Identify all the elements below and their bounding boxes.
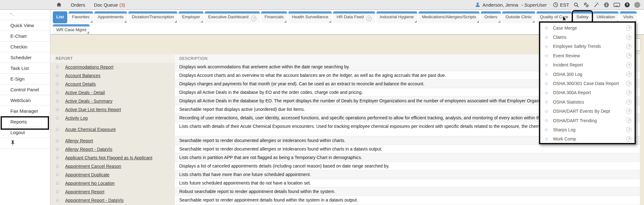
- globe-icon[interactable]: [603, 2, 609, 8]
- favorite-star-icon[interactable]: ☆: [55, 64, 60, 70]
- report-link[interactable]: Active Deals - Summary: [65, 99, 112, 104]
- search-icon[interactable]: [573, 2, 579, 8]
- dropdown-menu-item[interactable]: ☆ Sharps Log ↗: [540, 125, 635, 134]
- sidebar-item[interactable]: E-Chart: [0, 31, 50, 42]
- wand-icon[interactable]: [593, 2, 599, 8]
- sidebar-item[interactable]: WebScan: [0, 95, 50, 106]
- external-link-icon[interactable]: ↗: [626, 109, 631, 114]
- external-link-icon[interactable]: ↗: [626, 53, 631, 58]
- favorite-star-icon[interactable]: ☆: [55, 163, 60, 169]
- report-link[interactable]: Allergy Report: [65, 138, 93, 143]
- report-link[interactable]: Appointment No Location: [65, 181, 114, 186]
- favorite-star-icon[interactable]: ☆: [55, 197, 60, 203]
- user-menu[interactable]: Anderson, Jenna - SuperUser: [475, 2, 547, 8]
- favorite-star-icon[interactable]: ☆: [544, 81, 548, 86]
- favorite-star-icon[interactable]: ☆: [55, 107, 60, 112]
- favorite-star-icon[interactable]: ☆: [55, 146, 60, 152]
- favorite-star-icon[interactable]: ☆: [544, 72, 548, 77]
- external-link-icon[interactable]: ↗: [626, 99, 631, 105]
- report-link[interactable]: Applicant Charts Not Flagged as Is Appli…: [65, 155, 152, 160]
- sidebar-item[interactable]: Task List: [0, 63, 50, 74]
- external-link-icon[interactable]: ↗: [626, 44, 631, 49]
- favorite-star-icon[interactable]: ☆: [55, 155, 60, 160]
- external-link-icon[interactable]: ↗: [626, 81, 631, 86]
- dropdown-menu-item[interactable]: ☆ Event Review ↗: [540, 51, 635, 60]
- favorite-star-icon[interactable]: ☆: [544, 137, 548, 141]
- report-link[interactable]: Appointment Report - DataVis: [65, 198, 124, 203]
- sidebar-collapse[interactable]: [0, 10, 50, 20]
- favorite-star-icon[interactable]: ☆: [55, 73, 60, 78]
- report-link[interactable]: Allergy Report - DataVis: [65, 147, 112, 152]
- favorite-star-icon[interactable]: ☆: [544, 63, 548, 67]
- link-icon[interactable]: [583, 2, 589, 8]
- dropdown-menu-item[interactable]: ☆ Work Comp ↗: [540, 134, 635, 144]
- report-link[interactable]: Active Deals - Detail: [65, 90, 105, 95]
- tab[interactable]: Industrial Hygiene↗: [376, 11, 417, 23]
- sidebar-item[interactable]: E-Sign: [0, 74, 50, 84]
- sidebar-item[interactable]: Checkin: [0, 42, 50, 52]
- favorite-star-icon[interactable]: ☆: [55, 81, 60, 87]
- report-link[interactable]: Account Balances: [65, 73, 100, 78]
- favorite-star-icon[interactable]: ☆: [55, 115, 60, 121]
- tab[interactable]: WR Case Mgmt↗: [53, 24, 90, 34]
- favorite-star-icon[interactable]: ☆: [544, 127, 548, 132]
- report-link[interactable]: Active Due List Items Report: [65, 107, 121, 112]
- report-link[interactable]: Account Details: [65, 82, 96, 87]
- favorite-star-icon[interactable]: ☆: [544, 109, 548, 114]
- tab[interactable]: HR Data Feed↗: [333, 11, 375, 23]
- external-link-icon[interactable]: ↗: [626, 90, 631, 95]
- external-link-icon[interactable]: ↗: [626, 71, 631, 77]
- dropdown-menu-item[interactable]: ☆ OSHA/DART Events By Dept ↗: [540, 107, 635, 116]
- favorite-star-icon[interactable]: ☆: [544, 44, 548, 49]
- external-link-icon[interactable]: ↗: [626, 62, 631, 68]
- favorite-star-icon[interactable]: ☆: [544, 90, 548, 95]
- tab[interactable]: Health Surveillance↗: [288, 11, 332, 23]
- tab[interactable]: Medications/Allergies/Scripts↗: [419, 11, 480, 23]
- tab[interactable]: Dictation/Transcription↗: [128, 11, 177, 23]
- dropdown-menu-item[interactable]: ☆ Case Merge ↗: [540, 23, 635, 32]
- tab[interactable]: Executive Dashboard↗: [205, 11, 260, 23]
- tab[interactable]: Outside Clinic↗: [502, 11, 535, 23]
- report-link[interactable]: Acute Chemical Exposure: [65, 127, 116, 132]
- avatar[interactable]: [634, 2, 640, 8]
- external-link-icon[interactable]: ↗: [626, 25, 631, 31]
- dropdown-menu-item[interactable]: ☆ OSHA/DART Trending ↗: [540, 116, 635, 125]
- tab[interactable]: List↗: [53, 11, 67, 23]
- favorite-star-icon[interactable]: ☆: [544, 118, 548, 123]
- help-icon[interactable]: ?: [624, 2, 630, 8]
- dropdown-menu-item[interactable]: ☆ OSHA 300A Report ↗: [540, 88, 635, 97]
- tab[interactable]: Employer↗: [179, 11, 203, 23]
- tab[interactable]: Favorites↗: [69, 11, 93, 23]
- tab[interactable]: Orders↗: [481, 11, 501, 23]
- favorite-star-icon[interactable]: ☆: [544, 53, 548, 58]
- sidebar-item[interactable]: Fax Manager: [0, 106, 50, 117]
- favorite-star-icon[interactable]: ☆: [55, 90, 60, 95]
- favorite-star-icon[interactable]: ☆: [55, 180, 60, 186]
- report-link[interactable]: Activity Log: [65, 116, 88, 121]
- dropdown-menu-item[interactable]: ☆ Employee Safety Trends ↗: [540, 42, 635, 51]
- sidebar-item[interactable]: Scheduler: [0, 52, 50, 63]
- sidebar-item[interactable]: Quick View: [0, 20, 50, 31]
- favorite-star-icon[interactable]: ☆: [544, 100, 548, 104]
- favorite-star-icon[interactable]: ☆: [55, 189, 60, 194]
- sidebar-item[interactable]: Control Panel: [0, 84, 50, 95]
- nav-orders[interactable]: Orders: [71, 2, 85, 8]
- timezone-indicator[interactable]: EST: [553, 2, 569, 8]
- report-link[interactable]: Appointment Cancel Reason: [65, 164, 121, 169]
- dropdown-menu-item[interactable]: ☆ OSHA Statistics ↗: [540, 97, 635, 106]
- nav-doc-queue[interactable]: Doc Queue (3): [94, 2, 125, 8]
- report-link[interactable]: Appointment Duplicate: [65, 172, 109, 177]
- favorite-star-icon[interactable]: ☆: [55, 127, 60, 132]
- dropdown-menu-item[interactable]: ☆ OSHA 300/301 Case Data Report ↗: [540, 79, 635, 88]
- favorite-star-icon[interactable]: ☆: [55, 172, 60, 177]
- favorite-star-icon[interactable]: ☆: [55, 98, 60, 104]
- home-icon[interactable]: [56, 2, 62, 8]
- tab[interactable]: Appointments↗: [94, 11, 127, 23]
- report-link[interactable]: Appointment Report: [65, 189, 104, 194]
- dropdown-menu-item[interactable]: ☆ Claims ↗: [540, 32, 635, 42]
- keyboard-icon[interactable]: [613, 2, 620, 8]
- external-link-icon[interactable]: ↗: [626, 118, 631, 123]
- favorite-star-icon[interactable]: ☆: [544, 35, 548, 40]
- favorite-star-icon[interactable]: ☆: [55, 138, 60, 143]
- external-link-icon[interactable]: ↗: [626, 127, 631, 132]
